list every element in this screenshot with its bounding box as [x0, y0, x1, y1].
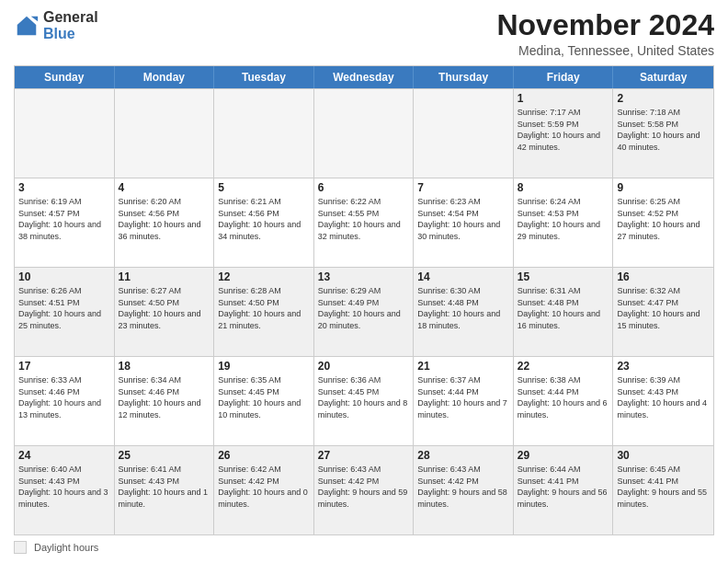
cal-cell-empty [15, 89, 115, 178]
cal-week-1: 1Sunrise: 7:17 AM Sunset: 5:59 PM Daylig… [15, 88, 713, 178]
cal-cell-13: 13Sunrise: 6:29 AM Sunset: 4:49 PM Dayli… [314, 268, 415, 356]
cal-cell-28: 28Sunrise: 6:43 AM Sunset: 4:42 PM Dayli… [414, 446, 514, 534]
cal-cell-empty [115, 89, 215, 178]
day-number: 15 [518, 270, 609, 283]
day-info: Sunrise: 6:31 AM Sunset: 4:48 PM Dayligh… [518, 285, 609, 331]
day-info: Sunrise: 7:18 AM Sunset: 5:58 PM Dayligh… [617, 107, 710, 153]
day-info: Sunrise: 6:42 AM Sunset: 4:42 PM Dayligh… [218, 464, 310, 510]
cal-cell-19: 19Sunrise: 6:35 AM Sunset: 4:45 PM Dayli… [214, 357, 314, 445]
cal-cell-8: 8Sunrise: 6:24 AM Sunset: 4:53 PM Daylig… [514, 178, 614, 267]
title-section: November 2024 Medina, Tennessee, United … [496, 9, 714, 58]
day-info: Sunrise: 6:35 AM Sunset: 4:45 PM Dayligh… [218, 374, 310, 420]
cal-header-thursday: Thursday [414, 66, 514, 88]
day-info: Sunrise: 6:29 AM Sunset: 4:49 PM Dayligh… [318, 285, 410, 331]
cal-cell-22: 22Sunrise: 6:38 AM Sunset: 4:44 PM Dayli… [514, 357, 614, 445]
day-number: 12 [218, 270, 310, 283]
cal-cell-5: 5Sunrise: 6:21 AM Sunset: 4:56 PM Daylig… [214, 178, 314, 267]
cal-cell-10: 10Sunrise: 6:26 AM Sunset: 4:51 PM Dayli… [15, 268, 115, 356]
day-number: 14 [417, 270, 509, 283]
day-info: Sunrise: 6:26 AM Sunset: 4:51 PM Dayligh… [18, 285, 110, 331]
day-info: Sunrise: 6:21 AM Sunset: 4:56 PM Dayligh… [218, 196, 310, 242]
day-number: 30 [617, 449, 710, 462]
cal-cell-25: 25Sunrise: 6:41 AM Sunset: 4:43 PM Dayli… [115, 446, 215, 534]
day-number: 28 [417, 449, 509, 462]
day-info: Sunrise: 6:24 AM Sunset: 4:53 PM Dayligh… [518, 196, 609, 242]
day-number: 8 [518, 181, 609, 194]
svg-marker-0 [17, 16, 37, 35]
day-number: 10 [18, 270, 110, 283]
cal-header-tuesday: Tuesday [214, 66, 314, 88]
svg-marker-1 [31, 16, 38, 21]
cal-cell-30: 30Sunrise: 6:45 AM Sunset: 4:41 PM Dayli… [613, 446, 713, 534]
day-number: 5 [218, 181, 310, 194]
cal-cell-12: 12Sunrise: 6:28 AM Sunset: 4:50 PM Dayli… [214, 268, 314, 356]
day-number: 1 [518, 92, 609, 105]
day-number: 18 [119, 360, 210, 373]
day-info: Sunrise: 6:25 AM Sunset: 4:52 PM Dayligh… [617, 196, 710, 242]
cal-cell-1: 1Sunrise: 7:17 AM Sunset: 5:59 PM Daylig… [514, 89, 614, 178]
cal-cell-15: 15Sunrise: 6:31 AM Sunset: 4:48 PM Dayli… [514, 268, 614, 356]
day-info: Sunrise: 6:22 AM Sunset: 4:55 PM Dayligh… [318, 196, 410, 242]
cal-cell-6: 6Sunrise: 6:22 AM Sunset: 4:55 PM Daylig… [314, 178, 415, 267]
logo-text: General Blue [43, 9, 98, 41]
calendar-header-row: SundayMondayTuesdayWednesdayThursdayFrid… [15, 66, 713, 88]
day-number: 2 [617, 92, 710, 105]
cal-header-sunday: Sunday [15, 66, 115, 88]
day-number: 22 [518, 360, 609, 373]
cal-header-saturday: Saturday [613, 66, 713, 88]
day-info: Sunrise: 6:43 AM Sunset: 4:42 PM Dayligh… [318, 464, 410, 510]
daylight-label: Daylight hours [34, 542, 98, 553]
cal-cell-20: 20Sunrise: 6:36 AM Sunset: 4:45 PM Dayli… [314, 357, 415, 445]
calendar-body: 1Sunrise: 7:17 AM Sunset: 5:59 PM Daylig… [15, 88, 713, 534]
cal-week-3: 10Sunrise: 6:26 AM Sunset: 4:51 PM Dayli… [15, 267, 713, 356]
day-number: 24 [18, 449, 110, 462]
footer: Daylight hours [14, 541, 714, 554]
day-number: 3 [18, 181, 110, 194]
day-number: 26 [218, 449, 310, 462]
cal-cell-24: 24Sunrise: 6:40 AM Sunset: 4:43 PM Dayli… [15, 446, 115, 534]
day-info: Sunrise: 6:19 AM Sunset: 4:57 PM Dayligh… [18, 196, 110, 242]
day-info: Sunrise: 6:39 AM Sunset: 4:43 PM Dayligh… [617, 374, 710, 420]
day-info: Sunrise: 6:37 AM Sunset: 4:44 PM Dayligh… [417, 374, 509, 420]
day-info: Sunrise: 6:41 AM Sunset: 4:43 PM Dayligh… [119, 464, 210, 510]
cal-cell-9: 9Sunrise: 6:25 AM Sunset: 4:52 PM Daylig… [613, 178, 713, 267]
day-info: Sunrise: 6:45 AM Sunset: 4:41 PM Dayligh… [617, 464, 710, 510]
day-number: 11 [119, 270, 210, 283]
day-number: 25 [119, 449, 210, 462]
cal-cell-empty [414, 89, 514, 178]
day-info: Sunrise: 6:44 AM Sunset: 4:41 PM Dayligh… [518, 464, 609, 510]
day-number: 20 [318, 360, 410, 373]
location: Medina, Tennessee, United States [496, 43, 714, 58]
day-number: 17 [18, 360, 110, 373]
cal-cell-27: 27Sunrise: 6:43 AM Sunset: 4:42 PM Dayli… [314, 446, 415, 534]
cal-cell-18: 18Sunrise: 6:34 AM Sunset: 4:46 PM Dayli… [115, 357, 215, 445]
cal-week-5: 24Sunrise: 6:40 AM Sunset: 4:43 PM Dayli… [15, 445, 713, 534]
day-number: 4 [119, 181, 210, 194]
cal-cell-26: 26Sunrise: 6:42 AM Sunset: 4:42 PM Dayli… [214, 446, 314, 534]
cal-header-monday: Monday [115, 66, 215, 88]
day-number: 6 [318, 181, 410, 194]
daylight-box [14, 541, 27, 554]
day-info: Sunrise: 6:40 AM Sunset: 4:43 PM Dayligh… [18, 464, 110, 510]
day-info: Sunrise: 6:30 AM Sunset: 4:48 PM Dayligh… [417, 285, 509, 331]
day-number: 13 [318, 270, 410, 283]
day-number: 27 [318, 449, 410, 462]
cal-week-2: 3Sunrise: 6:19 AM Sunset: 4:57 PM Daylig… [15, 178, 713, 267]
day-info: Sunrise: 6:36 AM Sunset: 4:45 PM Dayligh… [318, 374, 410, 420]
day-info: Sunrise: 6:27 AM Sunset: 4:50 PM Dayligh… [119, 285, 210, 331]
logo-general: General [43, 9, 98, 26]
day-info: Sunrise: 6:32 AM Sunset: 4:47 PM Dayligh… [617, 285, 710, 331]
cal-cell-16: 16Sunrise: 6:32 AM Sunset: 4:47 PM Dayli… [613, 268, 713, 356]
day-number: 19 [218, 360, 310, 373]
cal-cell-21: 21Sunrise: 6:37 AM Sunset: 4:44 PM Dayli… [414, 357, 514, 445]
cal-header-friday: Friday [514, 66, 614, 88]
day-info: Sunrise: 6:38 AM Sunset: 4:44 PM Dayligh… [518, 374, 609, 420]
day-number: 7 [417, 181, 509, 194]
calendar: SundayMondayTuesdayWednesdayThursdayFrid… [14, 65, 714, 535]
day-info: Sunrise: 6:33 AM Sunset: 4:46 PM Dayligh… [18, 374, 110, 420]
logo: General Blue [14, 9, 98, 41]
cal-week-4: 17Sunrise: 6:33 AM Sunset: 4:46 PM Dayli… [15, 356, 713, 445]
cal-cell-empty [214, 89, 314, 178]
day-info: Sunrise: 6:23 AM Sunset: 4:54 PM Dayligh… [417, 196, 509, 242]
day-info: Sunrise: 6:34 AM Sunset: 4:46 PM Dayligh… [119, 374, 210, 420]
